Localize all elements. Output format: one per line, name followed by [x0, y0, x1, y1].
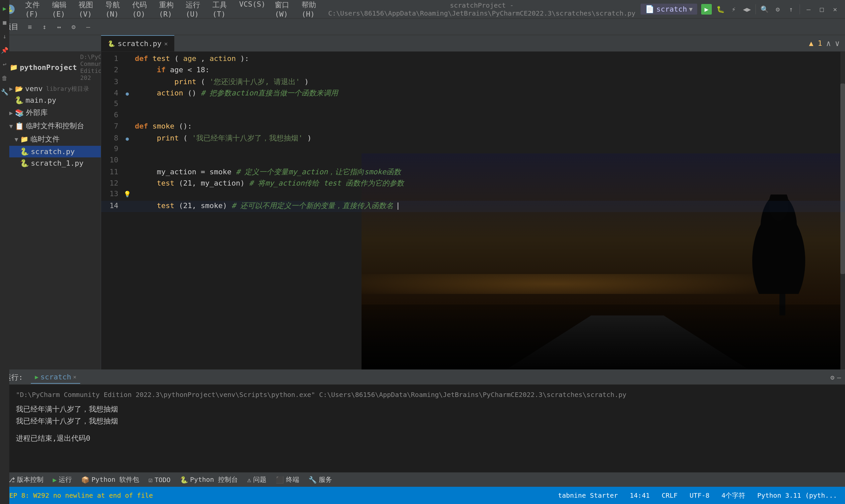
- minimize-button[interactable]: —: [804, 5, 813, 14]
- vcs-tab[interactable]: ⎇ 版本控制: [3, 473, 48, 486]
- comma-1: ,: [201, 54, 210, 62]
- todo-tab[interactable]: ☑ TODO: [144, 474, 175, 486]
- sidebar-item-scratch-files[interactable]: ▼ 📁 临时文件: [0, 132, 101, 146]
- update-button[interactable]: ↑: [786, 5, 796, 14]
- indent-12: [135, 179, 152, 187]
- editor-tab-bar: 🐍 scratch.py ✕ ▲ 1 ∧ ∨: [0, 35, 845, 52]
- toolbar-btn-expand[interactable]: ↔: [53, 21, 65, 33]
- profile-button[interactable]: ⚡: [729, 5, 738, 14]
- indent-3: [135, 77, 170, 86]
- menu-edit[interactable]: 编辑(E): [48, 0, 74, 20]
- run-tab-bottom[interactable]: ▶ 运行: [48, 473, 76, 486]
- terminal-tab[interactable]: ⬛ 终端: [271, 473, 304, 486]
- menu-refactor[interactable]: 重构(R): [155, 0, 181, 20]
- menu-file[interactable]: 文件(F): [21, 0, 47, 20]
- venv-folder-icon: 📂: [15, 85, 23, 93]
- output-line-1: 我已经年满十八岁了，我想抽烟: [16, 403, 840, 415]
- road: [507, 316, 749, 370]
- tabnine-label: tabnine Starter: [558, 491, 618, 499]
- call-4: (): [187, 89, 201, 97]
- toolbar-btn-settings[interactable]: ⚙: [68, 21, 79, 33]
- warning-status[interactable]: PEP 8: W292 no newline at end of file: [5, 491, 153, 499]
- sidebar-item-scratchpy[interactable]: 🐍 scratch.py: [0, 146, 101, 157]
- encoding-status[interactable]: UTF-8: [687, 490, 712, 501]
- menu-help[interactable]: 帮助(H): [298, 0, 323, 20]
- scratch-icon: 📄: [645, 5, 654, 13]
- line-num-2: 2: [101, 66, 122, 74]
- packages-tab[interactable]: 📦 Python 软件包: [76, 473, 144, 486]
- sidebar-item-external-libs[interactable]: ▶ 📚 外部库: [0, 106, 101, 119]
- comment-14: # 还可以不用定义一个新的变量，直接传入函数名: [231, 201, 393, 210]
- services-tab[interactable]: 🔧 服务: [304, 473, 337, 486]
- titlebar-left: 🐍 文件(F) 编辑(E) 视图(V) 导航(N) 代码(O) 重构(R) 运行…: [5, 0, 323, 20]
- kw-def-1: def: [135, 54, 148, 62]
- problems-label: 问题: [253, 475, 266, 484]
- services-label: 服务: [319, 475, 332, 484]
- scratchfiles-icon: 📁: [20, 135, 29, 143]
- python-version-status[interactable]: Python 3.11 (pyth...: [755, 490, 840, 501]
- menu-code[interactable]: 代码(O): [128, 0, 154, 20]
- toolbar-btn-hide[interactable]: —: [82, 21, 94, 33]
- warning-count[interactable]: ▲ 1: [809, 39, 822, 48]
- menu-vcs[interactable]: VCS(S): [235, 0, 269, 20]
- menu-run[interactable]: 运行(U): [182, 0, 207, 20]
- bottom-tab-bar: 运行: ▶ scratch ✕ ⚙ —: [0, 370, 845, 385]
- project-path-label: D:\PyCharm Community Edition 202: [80, 53, 101, 81]
- toolbar-btn-sort[interactable]: ↕: [38, 21, 50, 33]
- scratch1py-icon: 🐍: [20, 159, 29, 167]
- indent-11: [135, 168, 152, 176]
- close-button[interactable]: ✕: [830, 5, 840, 14]
- indent-14: [135, 201, 152, 210]
- maximize-button[interactable]: □: [817, 5, 826, 14]
- paren-8: (: [183, 134, 187, 142]
- run-button[interactable]: ▶: [701, 4, 712, 15]
- expand-up-icon[interactable]: ∧: [826, 39, 831, 48]
- lightbulb-icon[interactable]: 💡: [124, 191, 131, 198]
- line-num-9: 9: [101, 144, 122, 153]
- toolbar-btn-menu[interactable]: ≡: [24, 21, 36, 33]
- python-console-tab[interactable]: 🐍 Python 控制台: [175, 473, 242, 486]
- titlebar-controls: 📄 scratch ▼ ▶ 🐛 ⚡ ◀▶ 🔍 ⚙ ↑ — □ ✕: [641, 4, 840, 15]
- tabnine-status[interactable]: tabnine Starter: [555, 490, 621, 501]
- tab-filename: scratch.py: [118, 39, 161, 48]
- scratches-label: 临时文件和控制台: [26, 121, 84, 131]
- problems-tab[interactable]: ⚠ 问题: [242, 473, 271, 486]
- settings-button[interactable]: ⚙: [773, 5, 783, 14]
- code-line-5: 5: [101, 100, 845, 111]
- scratch-run-tab[interactable]: 📄 scratch ▼: [641, 4, 697, 15]
- indent-8: [135, 134, 152, 142]
- search-everywhere-button[interactable]: 🔍: [760, 5, 769, 14]
- sidebar-item-scratches[interactable]: ▼ 📋 临时文件和控制台: [0, 119, 101, 132]
- menu-view[interactable]: 视图(V): [75, 0, 100, 20]
- menu-tools[interactable]: 工具(T): [209, 0, 234, 20]
- debug-button[interactable]: 🐛: [716, 5, 725, 14]
- venv-arrow: ▶: [9, 85, 13, 92]
- code-line-11: 11 my_action = smoke # 定义一个变量my_action，让…: [101, 167, 845, 178]
- code-line-10: 10: [101, 156, 845, 167]
- line-ending-status[interactable]: CRLF: [659, 490, 680, 501]
- menu-navigate[interactable]: 导航(N): [102, 0, 127, 20]
- breakpoint-8[interactable]: ●: [126, 136, 129, 142]
- paren-close-1: ):: [240, 54, 249, 62]
- line-content-4: action () # 把参数action直接当做一个函数来调用: [132, 88, 845, 98]
- scratch-editor-tab[interactable]: 🐍 scratch.py ✕: [101, 35, 174, 51]
- separator: [756, 4, 756, 14]
- menu-window[interactable]: 窗口(W): [271, 0, 296, 20]
- toolbar3[interactable]: ◀▶: [742, 5, 752, 14]
- panel-settings-icon[interactable]: ⚙: [830, 374, 834, 381]
- expand-down-icon[interactable]: ∨: [835, 39, 840, 48]
- breakpoint-4[interactable]: ●: [126, 90, 129, 97]
- sidebar-item-venv[interactable]: ▶ 📂 venv library根目录: [0, 83, 101, 94]
- fn-print-8: print: [157, 134, 179, 142]
- project-root-item[interactable]: ▼ 📁 pythonProject D:\PyCharm Community E…: [0, 52, 101, 83]
- run-icon: ▶: [35, 374, 38, 380]
- panel-minimize-icon[interactable]: —: [837, 374, 841, 381]
- run-tab-close[interactable]: ✕: [73, 374, 76, 380]
- sidebar-item-scratch1py[interactable]: 🐍 scratch_1.py: [0, 157, 101, 169]
- run-label-bottom: 运行: [59, 475, 72, 484]
- tab-close-button[interactable]: ✕: [164, 40, 168, 47]
- run-scratch-tab[interactable]: ▶ scratch ✕: [31, 371, 80, 384]
- paren-1: (: [174, 54, 179, 62]
- line-content-2: if age < 18:: [132, 66, 845, 74]
- sidebar-item-mainpy[interactable]: 🐍 main.py: [0, 94, 101, 106]
